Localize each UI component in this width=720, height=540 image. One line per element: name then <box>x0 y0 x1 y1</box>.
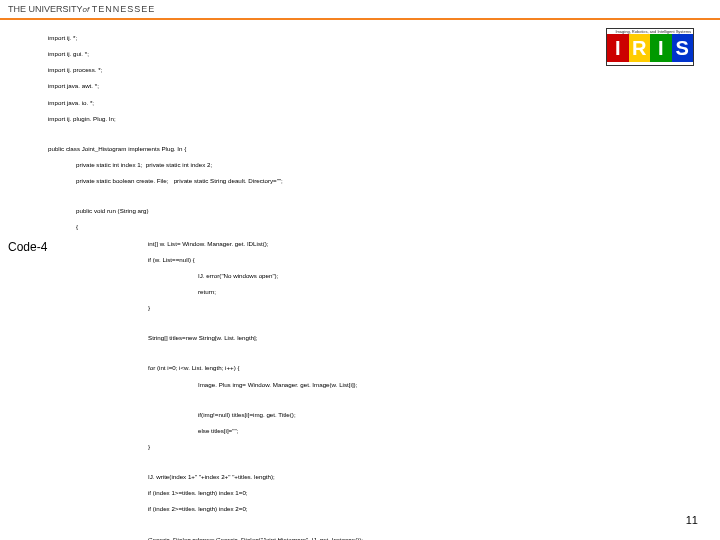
header-of: of <box>83 5 90 14</box>
code-line: import java. awt. *; <box>48 82 694 90</box>
header-tenn: TENNESSEE <box>92 4 156 14</box>
header-title: THE UNIVERSITYof TENNESSEE <box>8 4 155 14</box>
code-line: int[] w. List= Window. Manager. get. IDL… <box>48 240 694 248</box>
header-the: THE <box>8 4 26 14</box>
code-line: return; <box>48 288 694 296</box>
code-line: Generic. Dialog gd=new Generic. Dialog("… <box>48 536 694 540</box>
header-univ: UNIVERSITY <box>29 4 83 14</box>
code-line: import ij. *; <box>48 34 694 42</box>
code-line: import java. io. *; <box>48 99 694 107</box>
code-line: private static int index 1; private stat… <box>48 161 694 169</box>
code-line: else titles[i]=""; <box>48 427 694 435</box>
code-line: } <box>48 443 694 451</box>
code-line: import ij. process. *; <box>48 66 694 74</box>
code-line: if (w. List==null) { <box>48 256 694 264</box>
code-line: if(img!=null) titles[i]=img. get. Title(… <box>48 411 694 419</box>
code-line: } <box>48 304 694 312</box>
code-content: import ij. *; import ij. gui. *; import … <box>48 26 694 540</box>
header-bar: THE UNIVERSITYof TENNESSEE <box>0 0 720 20</box>
code-line: { <box>48 223 694 231</box>
code-line: public void run (String arg) <box>48 207 694 215</box>
code-line: private static boolean create. File; pri… <box>48 177 694 185</box>
code-line: IJ. error("No windows open"); <box>48 272 694 280</box>
code-line: import ij. plugin. Plug. In; <box>48 115 694 123</box>
code-line: Image. Plus img= Window. Manager. get. I… <box>48 381 694 389</box>
code-line: IJ. write(index 1+" "+index 2+" "+titles… <box>48 473 694 481</box>
code-line: import ij. gui. *; <box>48 50 694 58</box>
side-label: Code-4 <box>8 240 47 254</box>
code-line: public class Joint_Histogram implements … <box>48 145 694 153</box>
code-line: String[] titles=new String[w. List. leng… <box>48 334 694 342</box>
code-line: if (index 1>=titles. length) index 1=0; <box>48 489 694 497</box>
code-line: if (index 2>=titles. length) index 2=0; <box>48 505 694 513</box>
code-line: for (int i=0; i<w. List. length; i++) { <box>48 364 694 372</box>
